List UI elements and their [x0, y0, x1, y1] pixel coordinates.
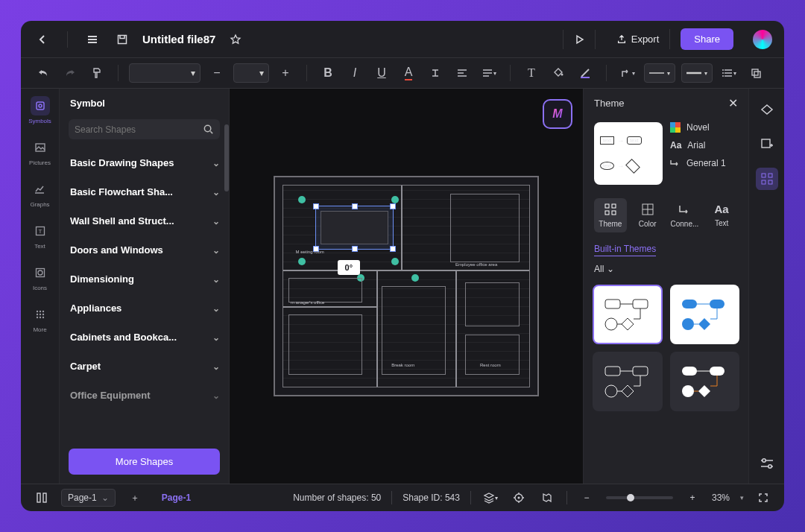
- minimap-icon[interactable]: [538, 489, 556, 507]
- color-grid-icon: [670, 122, 681, 133]
- category-item[interactable]: Dimensioning⌄: [70, 265, 224, 294]
- size-select[interactable]: ▾: [233, 63, 269, 83]
- highlight-button[interactable]: [425, 63, 446, 83]
- rail-icons[interactable]: Icons: [31, 263, 50, 291]
- svg-point-33: [605, 318, 617, 330]
- theme-name-row[interactable]: Novel: [670, 122, 726, 133]
- rail-graphs[interactable]: Graphs: [30, 180, 49, 208]
- insert-text-button[interactable]: T: [521, 63, 542, 83]
- format-painter-button[interactable]: [86, 63, 107, 83]
- chevron-down-icon: ⌄: [212, 332, 220, 343]
- page-select[interactable]: Page-1⌄: [61, 489, 116, 507]
- rail-pictures[interactable]: Pictures: [29, 138, 51, 166]
- zoom-slider[interactable]: [606, 496, 673, 499]
- more-shapes-button[interactable]: More Shapes: [69, 449, 220, 475]
- filename-label: Untitled file87: [142, 33, 215, 45]
- theme-tab-color[interactable]: Color: [631, 198, 664, 232]
- theme-card[interactable]: [670, 285, 740, 344]
- line-weight-select[interactable]: ▾: [681, 63, 713, 83]
- page-layout-icon[interactable]: [33, 489, 51, 507]
- chevron-down-icon[interactable]: ▾: [740, 494, 744, 501]
- theme-card[interactable]: [593, 352, 663, 411]
- connector-button[interactable]: ▾: [617, 63, 638, 83]
- right-rail-style[interactable]: [756, 99, 778, 121]
- right-rail-add[interactable]: [756, 133, 778, 156]
- ai-assistant-button[interactable]: M: [543, 99, 572, 129]
- export-button[interactable]: Export: [606, 29, 671, 49]
- chevron-down-icon: ⌄: [212, 158, 220, 168]
- shape-count-label: Number of shapes: 50: [293, 493, 381, 503]
- zoom-in-button[interactable]: +: [684, 489, 701, 507]
- fill-color-button[interactable]: [548, 63, 569, 83]
- italic-button[interactable]: I: [344, 63, 365, 83]
- svg-point-18: [42, 311, 43, 312]
- rail-more[interactable]: More: [31, 305, 50, 333]
- svg-rect-7: [752, 69, 758, 75]
- theme-card[interactable]: [670, 352, 740, 411]
- favorite-icon[interactable]: [226, 30, 245, 49]
- avatar[interactable]: [753, 30, 772, 49]
- layers-button[interactable]: [745, 63, 766, 83]
- theme-tab-theme[interactable]: Theme: [594, 198, 627, 232]
- canvas[interactable]: M: [230, 89, 583, 484]
- builtin-themes-link[interactable]: Built-in Themes: [584, 238, 748, 258]
- decrease-size-button[interactable]: −: [206, 63, 227, 83]
- search-icon[interactable]: [203, 124, 214, 135]
- right-rail-theme-grid[interactable]: [756, 168, 778, 190]
- focus-icon[interactable]: [510, 489, 528, 507]
- svg-rect-11: [36, 144, 45, 151]
- zoom-out-button[interactable]: −: [578, 489, 596, 507]
- increase-size-button[interactable]: +: [275, 63, 296, 83]
- panel-scrollbar[interactable]: [224, 124, 229, 191]
- list-button[interactable]: ▾: [719, 63, 739, 83]
- category-item[interactable]: Office Equipment⌄: [70, 381, 224, 410]
- page-tab[interactable]: Page-1: [154, 490, 198, 506]
- floorplan-drawing[interactable]: 0° M eeting room m anager's office Emplo…: [274, 176, 539, 396]
- font-select[interactable]: ▾: [129, 63, 201, 83]
- add-page-button[interactable]: ＋: [126, 489, 144, 507]
- category-item[interactable]: Wall Shell and Struct...⌄: [70, 206, 224, 235]
- room-label: Break room: [391, 363, 414, 367]
- line-color-button[interactable]: [575, 63, 596, 83]
- line-style-select[interactable]: ▾: [644, 63, 675, 83]
- back-button[interactable]: [33, 30, 52, 49]
- right-rail-settings[interactable]: [756, 452, 778, 475]
- svg-point-24: [42, 317, 43, 318]
- undo-button[interactable]: [33, 63, 54, 83]
- theme-filter[interactable]: All⌄: [584, 258, 748, 280]
- category-item[interactable]: Basic Drawing Shapes⌄: [70, 148, 224, 177]
- category-item[interactable]: Cabinets and Bookca...⌄: [70, 323, 224, 352]
- redo-button[interactable]: [60, 63, 80, 83]
- svg-text:T: T: [38, 228, 42, 235]
- theme-card[interactable]: [593, 285, 663, 344]
- align-left-button[interactable]: [452, 63, 473, 83]
- rail-symbols[interactable]: Symbols: [28, 96, 51, 124]
- text-color-button[interactable]: A: [398, 63, 419, 83]
- svg-rect-28: [605, 211, 609, 215]
- layers-icon[interactable]: ▾: [482, 489, 499, 507]
- theme-tab-connector[interactable]: Conne...: [669, 198, 701, 232]
- svg-point-5: [722, 72, 724, 74]
- search-input[interactable]: [75, 124, 203, 135]
- theme-font-row[interactable]: AaArial: [670, 140, 726, 151]
- category-item[interactable]: Appliances⌄: [70, 294, 224, 323]
- chevron-down-icon: ⌄: [212, 216, 220, 227]
- save-icon[interactable]: [113, 30, 132, 49]
- underline-button[interactable]: U: [371, 63, 392, 83]
- close-icon[interactable]: ✕: [728, 96, 738, 110]
- theme-connector-row[interactable]: General 1: [670, 158, 726, 168]
- category-item[interactable]: Basic Flowchart Sha...⌄: [70, 177, 224, 206]
- share-button[interactable]: Share: [681, 28, 733, 50]
- vertical-align-button[interactable]: ▾: [479, 63, 499, 83]
- chevron-down-icon: ⌄: [607, 264, 614, 274]
- rail-text[interactable]: T Text: [31, 221, 50, 250]
- theme-tab-text[interactable]: Aa Text: [705, 198, 738, 232]
- fullscreen-button[interactable]: [754, 489, 772, 507]
- bold-button[interactable]: B: [318, 63, 338, 83]
- category-item[interactable]: Carpet⌄: [70, 352, 224, 381]
- svg-point-1: [561, 74, 564, 76]
- menu-button[interactable]: [83, 30, 102, 49]
- category-item[interactable]: Doors and Windows⌄: [70, 235, 224, 265]
- play-button[interactable]: [563, 30, 596, 49]
- room-label: Employee office area: [455, 262, 497, 267]
